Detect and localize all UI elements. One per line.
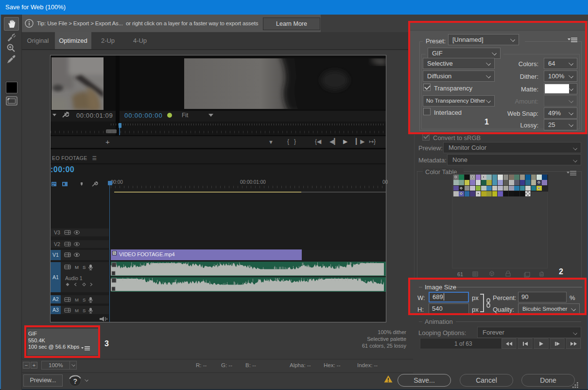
svg-text:M: M [75, 308, 79, 313]
svg-text:S: S [83, 308, 86, 313]
svg-text:?: ? [73, 377, 78, 385]
svg-text:S: S [83, 297, 86, 302]
svg-text:M: M [75, 265, 79, 270]
svg-text:S: S [83, 265, 86, 270]
svg-text:M: M [75, 297, 79, 302]
